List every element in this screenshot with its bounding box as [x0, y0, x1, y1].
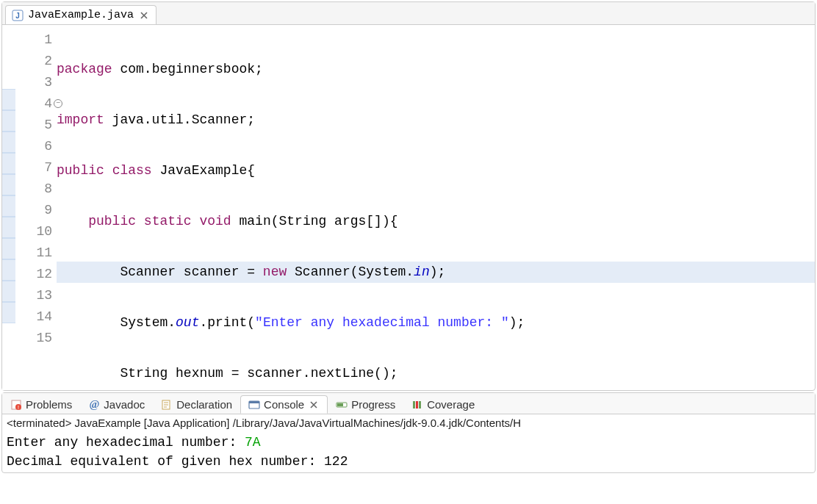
problems-icon: ! — [10, 399, 22, 411]
tab-progress[interactable]: Progress — [328, 395, 403, 414]
java-file-icon: J — [12, 10, 24, 21]
code-content[interactable]: package com.beginnersbook; import java.u… — [57, 25, 815, 390]
svg-text:J: J — [15, 12, 20, 20]
console-output[interactable]: Enter any hexadecimal number: 7A Decimal… — [2, 431, 815, 472]
svg-rect-10 — [249, 401, 259, 403]
console-status: <terminated> JavaExample [Java Applicati… — [2, 414, 815, 431]
declaration-icon — [161, 399, 173, 411]
marker-bar — [2, 25, 15, 390]
editor-tabs: J JavaExample.java — [2, 2, 815, 25]
svg-text:!: ! — [18, 405, 19, 410]
editor-pane: J JavaExample.java 1 2 3 4− 5 6 7 8 9 10 — [1, 1, 816, 391]
line-number-gutter: 1 2 3 4− 5 6 7 8 9 10 11 12 13 14 15 — [15, 25, 57, 390]
svg-rect-15 — [419, 401, 421, 408]
tab-console[interactable]: Console — [240, 395, 328, 414]
code-area[interactable]: 1 2 3 4− 5 6 7 8 9 10 11 12 13 14 15 pac… — [2, 25, 815, 390]
bottom-pane: ! Problems @ Javadoc Declaration Console… — [1, 392, 816, 473]
fold-icon[interactable]: − — [54, 99, 62, 108]
console-icon — [248, 399, 260, 411]
tab-coverage[interactable]: Coverage — [403, 395, 483, 414]
tab-problems[interactable]: ! Problems — [2, 395, 80, 414]
tab-declaration[interactable]: Declaration — [153, 395, 240, 414]
editor-tab-label: JavaExample.java — [28, 9, 134, 21]
close-icon[interactable] — [308, 399, 320, 411]
svg-rect-12 — [337, 403, 343, 406]
javadoc-icon: @ — [88, 399, 100, 411]
svg-rect-13 — [413, 401, 415, 408]
bottom-tabs: ! Problems @ Javadoc Declaration Console… — [2, 393, 815, 414]
tab-javadoc[interactable]: @ Javadoc — [80, 395, 153, 414]
editor-tab-javaexample[interactable]: J JavaExample.java — [5, 5, 156, 24]
progress-icon — [336, 399, 348, 411]
svg-rect-14 — [416, 401, 418, 408]
coverage-icon — [411, 399, 423, 411]
close-icon[interactable] — [138, 10, 150, 21]
